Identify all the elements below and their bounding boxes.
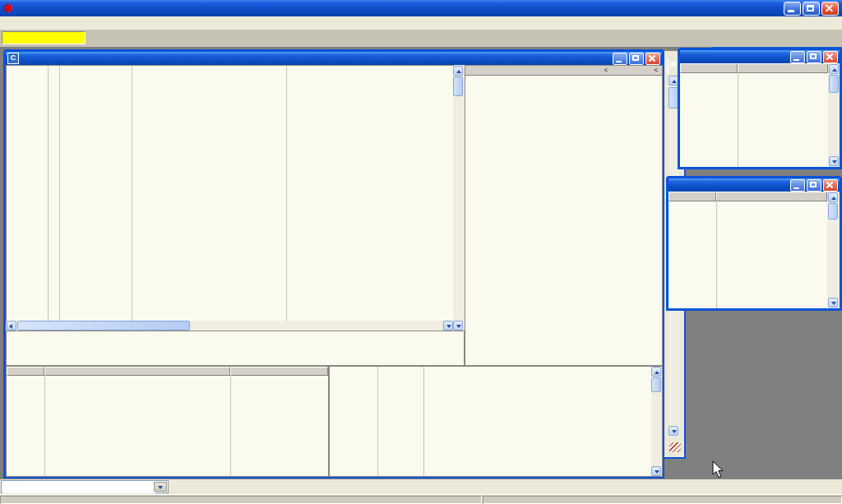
close-icon[interactable] — [645, 53, 660, 65]
comment-window-1-scrollbar[interactable] — [828, 63, 840, 167]
mouse-cursor — [712, 460, 725, 479]
collapse-icon[interactable]: < — [654, 66, 658, 75]
dump-header-address[interactable] — [7, 367, 44, 376]
hidden-window-close-button[interactable] — [667, 58, 669, 74]
info-pane[interactable] — [7, 331, 464, 365]
stack-scrollbar[interactable] — [651, 367, 662, 476]
column-header-blank[interactable] — [669, 192, 716, 201]
hidden-window-size-grip[interactable] — [669, 442, 681, 452]
comment-window-2 — [666, 176, 842, 311]
maximize-button[interactable] — [803, 2, 820, 16]
dump-header-ascii[interactable] — [230, 367, 328, 376]
maximize-icon[interactable] — [807, 179, 821, 192]
app-titlebar: ✱ — [0, 0, 842, 16]
status-right-cell — [483, 496, 842, 504]
cpu-window-icon: C — [7, 53, 19, 64]
minimize-button[interactable] — [784, 2, 801, 16]
dump-header-hex[interactable] — [44, 367, 230, 376]
stack-pane[interactable] — [330, 367, 662, 476]
comment-window-1-titlebar[interactable] — [680, 50, 840, 63]
minimize-icon[interactable] — [613, 53, 627, 65]
maximize-icon[interactable] — [807, 51, 821, 63]
ollydbg-app: ✱ — [0, 0, 842, 504]
comment-window-1 — [678, 48, 842, 169]
cpu-window-titlebar[interactable]: C — [6, 52, 662, 65]
combobox-dropdown-button[interactable] — [154, 482, 167, 492]
mdi-area: C — [0, 47, 842, 479]
command-band — [0, 479, 842, 494]
cpu-window: C — [3, 49, 664, 479]
collapse-icon[interactable]: < — [604, 66, 608, 75]
column-header-comment[interactable] — [716, 192, 827, 201]
comment-window-2-titlebar[interactable] — [669, 178, 840, 192]
close-icon[interactable] — [823, 179, 838, 192]
comment-window-2-scrollbar[interactable] — [827, 192, 840, 308]
disassembly-pane[interactable] — [7, 66, 453, 321]
minimize-icon[interactable] — [790, 179, 805, 192]
disassembly-vscrollbar[interactable] — [453, 66, 464, 331]
registers-pane[interactable]: < < — [465, 66, 662, 365]
toolbar — [0, 30, 842, 48]
hex-dump-pane[interactable] — [7, 367, 328, 476]
minimize-icon[interactable] — [790, 51, 805, 63]
ollydbg-logo-icon: ✱ — [3, 2, 13, 14]
command-input[interactable] — [2, 482, 155, 493]
run-status-badge — [2, 31, 86, 44]
column-header-blank[interactable] — [680, 63, 738, 73]
registers-header: < < — [465, 66, 662, 76]
menubar — [0, 16, 842, 30]
disassembly-hscrollbar[interactable] — [7, 321, 453, 331]
statusbar — [0, 494, 842, 504]
close-icon[interactable] — [823, 51, 838, 63]
column-header-comment[interactable] — [738, 63, 828, 73]
status-message — [0, 496, 482, 504]
close-button[interactable] — [821, 2, 839, 16]
command-combobox[interactable] — [1, 480, 169, 493]
maximize-icon[interactable] — [629, 53, 644, 65]
